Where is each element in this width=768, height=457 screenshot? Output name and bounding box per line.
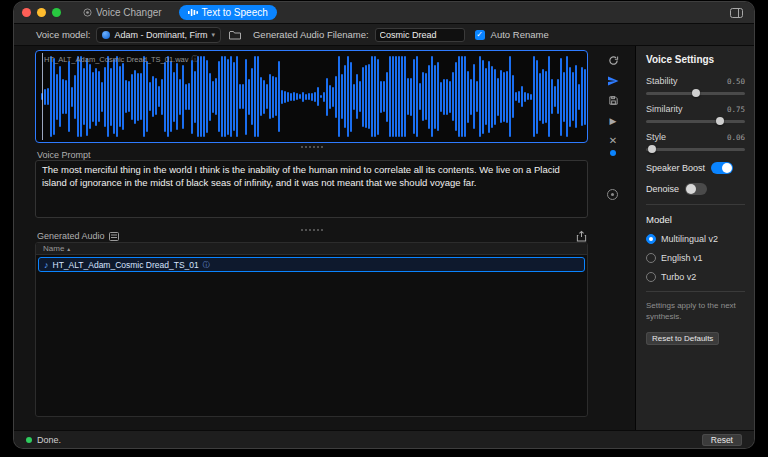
speaker-boost-label: Speaker Boost bbox=[646, 163, 705, 173]
sort-asc-icon: ▲ bbox=[66, 246, 71, 252]
voice-settings-title: Voice Settings bbox=[646, 54, 745, 65]
stability-value: 0.50 bbox=[727, 77, 745, 86]
denoise-label: Denoise bbox=[646, 184, 679, 194]
denoise-toggle[interactable] bbox=[685, 183, 707, 195]
settings-note: Settings apply to the next synthesis. bbox=[646, 301, 745, 323]
play-icon[interactable]: ▶ bbox=[606, 114, 620, 127]
style-value: 0.06 bbox=[727, 133, 745, 142]
slider-thumb[interactable] bbox=[648, 145, 656, 153]
titlebar: Voice Changer Text to Speech bbox=[14, 2, 754, 24]
main-panel: HT_ALT_Adam_Cosmic Dread_TS_01.wav ⓘ ▶ bbox=[14, 46, 635, 430]
generated-audio-header: Generated Audio bbox=[37, 231, 120, 241]
info-icon[interactable]: ⓘ bbox=[203, 260, 210, 270]
reset-to-defaults-button[interactable]: Reset to Defaults bbox=[646, 332, 719, 345]
similarity-label: Similarity bbox=[646, 104, 683, 114]
divider bbox=[646, 204, 745, 205]
info-icon[interactable]: ⓘ bbox=[192, 54, 199, 64]
waveform-panel[interactable]: HT_ALT_Adam_Cosmic Dread_TS_01.wav ⓘ bbox=[35, 50, 588, 143]
auto-rename-label: Auto Rename bbox=[491, 29, 549, 40]
model-option-english-v1[interactable]: English v1 bbox=[646, 253, 745, 263]
status-dot-icon bbox=[26, 437, 32, 443]
folder-icon[interactable] bbox=[227, 27, 243, 43]
tab-voice-changer[interactable]: Voice Changer bbox=[73, 5, 171, 20]
minimize-window-button[interactable] bbox=[37, 8, 46, 17]
list-header[interactable]: Name ▲ bbox=[36, 243, 587, 255]
model-option-turbo-v2[interactable]: Turbo v2 bbox=[646, 272, 745, 282]
slider-thumb[interactable] bbox=[716, 117, 724, 125]
app-window: Voice Changer Text to Speech Voice model… bbox=[14, 2, 754, 448]
waveform-filename: HT_ALT_Adam_Cosmic Dread_TS_01.wav ⓘ bbox=[44, 54, 199, 64]
audio-note-icon: ♪ bbox=[44, 260, 49, 270]
traffic-lights bbox=[22, 8, 61, 17]
slider-thumb[interactable] bbox=[692, 89, 700, 97]
voice-model-dropdown[interactable]: Adam - Dominant, Firm ▾ bbox=[96, 27, 221, 43]
radio-icon[interactable] bbox=[646, 272, 656, 282]
close-icon[interactable]: ✕ bbox=[606, 134, 620, 147]
voice-changer-icon bbox=[82, 8, 92, 18]
tab-text-to-speech-label: Text to Speech bbox=[202, 7, 268, 18]
style-slider[interactable] bbox=[646, 145, 745, 153]
splitter-handle[interactable] bbox=[35, 145, 588, 149]
status-text: Done. bbox=[37, 435, 61, 445]
toggle-sidebar-icon[interactable] bbox=[728, 5, 744, 21]
style-label: Style bbox=[646, 132, 666, 142]
generated-audio-list: Name ▲ ♪ HT_ALT_Adam_Cosmic Dread_TS_01 … bbox=[35, 242, 588, 417]
reset-button[interactable]: Reset bbox=[702, 434, 742, 446]
speaker-boost-toggle[interactable] bbox=[711, 162, 733, 174]
chevron-down-icon: ▾ bbox=[211, 31, 215, 39]
tab-voice-changer-label: Voice Changer bbox=[96, 7, 162, 18]
text-to-speech-icon bbox=[188, 8, 198, 18]
voice-prompt-input[interactable]: The most merciful thing in the world I t… bbox=[36, 161, 587, 217]
audio-row-name: HT_ALT_Adam_Cosmic Dread_TS_01 bbox=[53, 260, 199, 270]
voice-avatar-icon bbox=[102, 31, 110, 39]
name-column-header: Name bbox=[43, 244, 64, 253]
refresh-icon[interactable] bbox=[606, 54, 620, 67]
zoom-window-button[interactable] bbox=[52, 8, 61, 17]
statusbar: Done. Reset bbox=[14, 430, 754, 448]
tab-text-to-speech[interactable]: Text to Speech bbox=[179, 5, 277, 20]
send-icon[interactable] bbox=[606, 74, 620, 87]
toolbar: Voice model: Adam - Dominant, Firm ▾ Gen… bbox=[14, 24, 754, 46]
save-icon[interactable] bbox=[606, 94, 620, 107]
voice-settings-sidebar: Voice Settings Stability 0.50 Similarity… bbox=[635, 46, 754, 430]
model-option-multilingual-v2[interactable]: Multilingual v2 bbox=[646, 234, 745, 244]
voice-model-label: Voice model: bbox=[36, 29, 90, 40]
voice-prompt-label: Voice Prompt bbox=[37, 150, 91, 160]
stability-label: Stability bbox=[646, 76, 678, 86]
record-indicator-dot bbox=[610, 150, 616, 156]
voice-model-value: Adam - Dominant, Firm bbox=[114, 30, 207, 40]
similarity-slider[interactable] bbox=[646, 117, 745, 125]
divider bbox=[646, 291, 745, 292]
playhead[interactable] bbox=[42, 53, 43, 140]
voice-prompt-box: The most merciful thing in the world I t… bbox=[35, 160, 588, 218]
generated-audio-label: Generated Audio bbox=[37, 231, 105, 241]
model-section-label: Model bbox=[646, 214, 745, 225]
similarity-value: 0.75 bbox=[727, 105, 745, 114]
action-rail: ▶ ✕ bbox=[605, 54, 621, 147]
list-item[interactable]: ♪ HT_ALT_Adam_Cosmic Dread_TS_01 ⓘ bbox=[38, 257, 585, 272]
filename-input[interactable] bbox=[375, 28, 465, 42]
radio-icon[interactable] bbox=[646, 253, 656, 263]
stability-slider[interactable] bbox=[646, 89, 745, 97]
close-window-button[interactable] bbox=[22, 8, 31, 17]
filename-label: Generated Audio Filename: bbox=[253, 29, 369, 40]
list-icon[interactable] bbox=[109, 231, 120, 241]
crosshair-button[interactable] bbox=[607, 189, 618, 200]
radio-icon[interactable] bbox=[646, 234, 656, 244]
auto-rename-checkbox[interactable]: ✓ bbox=[475, 30, 485, 40]
waveform[interactable] bbox=[36, 51, 587, 142]
